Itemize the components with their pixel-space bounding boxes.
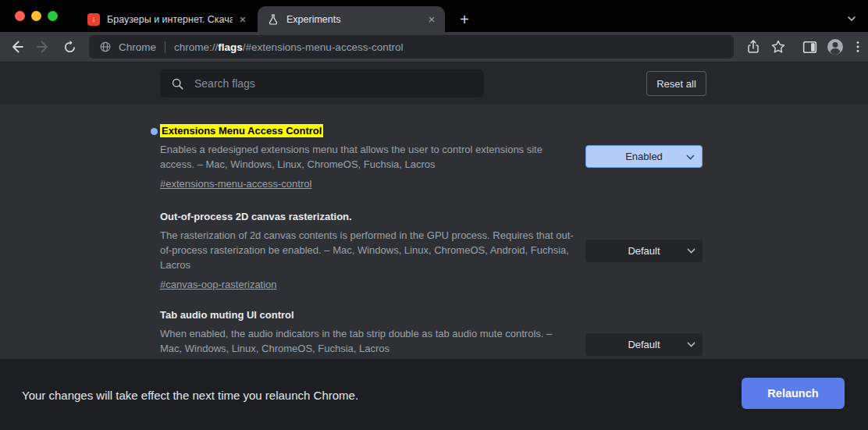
anchored-flag-dot <box>151 128 158 135</box>
flag-permalink[interactable]: #extensions-menu-access-control <box>160 178 311 190</box>
close-window-button[interactable] <box>15 11 25 21</box>
flag-title: Tab audio muting UI control <box>160 309 575 321</box>
bookmark-star-icon[interactable] <box>770 39 786 55</box>
flag-description: The rasterization of 2d canvas contents … <box>160 228 575 272</box>
close-tab-icon[interactable]: × <box>236 12 250 27</box>
omnibox-separator <box>165 41 165 53</box>
flags-page-header: Reset all <box>0 62 868 105</box>
url-path: /#extensions-menu-access-control <box>243 41 404 53</box>
reset-all-button[interactable]: Reset all <box>646 71 706 96</box>
reload-button[interactable] <box>59 37 80 57</box>
site-label: Chrome <box>119 41 156 53</box>
flag-value-select[interactable]: Default <box>585 240 703 262</box>
tab-title: Experiments <box>286 14 422 25</box>
url-text: chrome://flags/#extensions-menu-access-c… <box>174 41 403 53</box>
flag-value-select[interactable]: Default <box>585 333 703 356</box>
browser-toolbar: Chrome chrome://flags/#extensions-menu-a… <box>0 32 868 62</box>
selected-value: Default <box>628 339 660 350</box>
flag-text: Extensions Menu Access Control Enables a… <box>160 125 575 190</box>
flag-text: Tab audio muting UI control When enabled… <box>160 309 575 356</box>
menu-kebab-icon[interactable] <box>851 40 865 54</box>
address-bar[interactable]: Chrome chrome://flags/#extensions-menu-a… <box>89 35 734 59</box>
back-button[interactable] <box>7 37 27 57</box>
highlighted-flag-title: Extensions Menu Access Control <box>160 124 323 137</box>
side-panel-icon[interactable] <box>802 39 818 55</box>
tab-experiments[interactable]: Experiments × <box>258 6 445 32</box>
restart-message: Your changes will take effect the next t… <box>22 388 358 401</box>
flag-permalink[interactable]: #canvas-oop-rasterization <box>160 279 277 290</box>
restart-notice-bar: Your changes will take effect the next t… <box>0 359 868 430</box>
new-tab-button[interactable]: + <box>454 9 475 30</box>
site-info-icon[interactable] <box>99 41 112 53</box>
flag-row-canvas-rasterization: Out-of-process 2D canvas rasterization. … <box>145 211 723 291</box>
tab-browsers-page[interactable]: ↓ Браузеры и интернет. Скачат × <box>78 6 256 32</box>
chevron-down-icon <box>686 155 695 160</box>
minimize-window-button[interactable] <box>31 11 41 21</box>
page-favicon-icon: ↓ <box>87 13 100 26</box>
close-tab-icon[interactable]: × <box>425 12 439 27</box>
flag-title: Out-of-process 2D canvas rasterization. <box>160 211 575 222</box>
url-host: flags <box>218 41 243 53</box>
flag-row-tab-audio-muting: Tab audio muting UI control When enabled… <box>145 309 723 356</box>
flag-description: Enables a redesigned extensions menu tha… <box>160 142 575 172</box>
flag-text: Out-of-process 2D canvas rasterization. … <box>160 211 575 291</box>
forward-button[interactable] <box>33 37 53 57</box>
profile-avatar[interactable] <box>826 37 845 56</box>
relaunch-button[interactable]: Relaunch <box>742 378 845 409</box>
flag-title: Extensions Menu Access Control <box>160 125 575 137</box>
url-scheme: chrome:// <box>174 41 218 53</box>
tab-search-chevron-icon[interactable] <box>846 13 857 27</box>
chevron-down-icon <box>687 248 695 254</box>
flag-description: When enabled, the audio indicators in th… <box>160 326 575 356</box>
search-icon <box>171 77 184 91</box>
flag-row-extensions-menu: Extensions Menu Access Control Enables a… <box>145 125 723 190</box>
selected-value: Enabled <box>625 151 663 162</box>
window-controls <box>15 11 58 21</box>
browser-window: ↓ Браузеры и интернет. Скачат × Experime… <box>0 0 868 430</box>
share-icon[interactable] <box>745 39 761 55</box>
flag-value-select[interactable]: Enabled <box>585 145 703 168</box>
flask-icon <box>267 13 279 26</box>
tab-title: Браузеры и интернет. Скачат <box>107 14 233 25</box>
fullscreen-window-button[interactable] <box>48 11 58 21</box>
selected-value: Default <box>628 245 660 257</box>
search-flags-input[interactable] <box>193 76 475 91</box>
chevron-down-icon <box>687 342 695 347</box>
search-flags-box[interactable] <box>160 69 484 98</box>
tab-strip: ↓ Браузеры и интернет. Скачат × Experime… <box>0 0 868 32</box>
